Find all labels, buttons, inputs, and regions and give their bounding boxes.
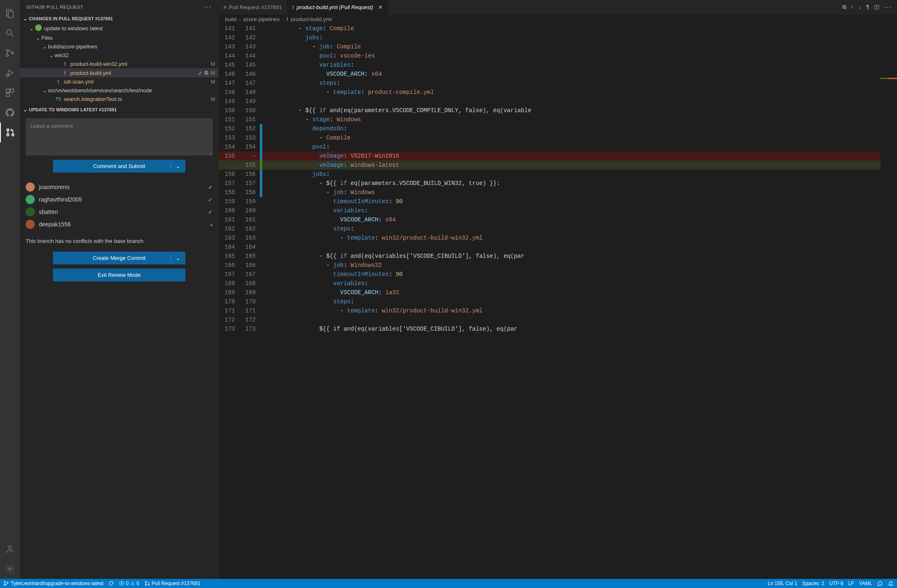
- minimap[interactable]: [880, 24, 897, 579]
- chevron-right-icon: ›: [239, 16, 240, 22]
- yaml-file-icon: !: [61, 61, 69, 67]
- svg-point-20: [145, 581, 146, 583]
- changes-section-header[interactable]: CHANGES IN PULL REQUEST #137691: [20, 14, 218, 23]
- code-line[interactable]: 171171 - template: win32/product-build-w…: [218, 306, 897, 315]
- file-row[interactable]: !product-build.yml⧉M: [20, 68, 218, 77]
- explorer-icon[interactable]: [0, 3, 20, 23]
- notifications-icon[interactable]: [888, 581, 894, 586]
- pr-status[interactable]: Pull Request #137691: [144, 581, 201, 586]
- code-line[interactable]: 161161 VSCODE_ARCH: x64: [218, 215, 897, 224]
- code-line[interactable]: 146146 VSCODE_ARCH: x64: [218, 70, 897, 79]
- feedback-icon[interactable]: [877, 581, 883, 586]
- settings-gear-icon[interactable]: [0, 559, 20, 579]
- commit-row[interactable]: update to windows latest: [20, 23, 218, 34]
- code-line[interactable]: 163163 - template: win32/product-build-w…: [218, 233, 897, 242]
- line-number-old: 156: [218, 170, 239, 179]
- code-line[interactable]: 170170 steps:: [218, 297, 897, 306]
- whitespace-icon[interactable]: ¶: [866, 4, 869, 11]
- code-line[interactable]: 159159 timeoutInMinutes: 90: [218, 197, 897, 206]
- more-actions-icon[interactable]: ···: [204, 3, 212, 11]
- pull-request-icon[interactable]: [0, 122, 20, 142]
- code-line[interactable]: 156156 jobs:: [218, 170, 897, 179]
- code-line[interactable]: 143143 - job: Compile: [218, 42, 897, 51]
- code-line[interactable]: 150150 - ${{ if and(eq(parameters.VSCODE…: [218, 106, 897, 115]
- exit-review-button[interactable]: Exit Review Mode: [53, 269, 185, 281]
- reviewer-row: raghavthind2005: [26, 193, 213, 206]
- source-control-icon[interactable]: [0, 43, 20, 63]
- code-line[interactable]: 147147 steps:: [218, 79, 897, 88]
- check-icon[interactable]: [198, 70, 203, 76]
- detail-section-header[interactable]: UPDATE TO WINDOWS LATEST #137691: [20, 105, 218, 114]
- code-line[interactable]: 151151 - stage: Windows: [218, 115, 897, 124]
- comment-input[interactable]: [26, 118, 213, 156]
- code-line[interactable]: 152152 dependsOn:: [218, 124, 897, 133]
- file-row[interactable]: !sdl-scan.ymlM: [20, 77, 218, 86]
- file-row[interactable]: !product-build-win32.ymlM: [20, 60, 218, 68]
- problems-status[interactable]: ⓧ0 ⚠0: [119, 580, 139, 587]
- folder-build[interactable]: build/azure-pipelines: [20, 42, 218, 51]
- code-line[interactable]: 173173 ${{ if and(eq(variables['VSCODE_C…: [218, 324, 897, 334]
- folder-src[interactable]: src/vs/workbench/services/search/test/no…: [20, 86, 218, 95]
- cursor-position[interactable]: Ln 155, Col 1: [767, 581, 797, 586]
- debug-icon[interactable]: [0, 63, 20, 83]
- encoding-status[interactable]: UTF-8: [829, 581, 843, 586]
- editor-tab[interactable]: ≡Pull Request #137691: [218, 0, 288, 14]
- breadcrumbs[interactable]: build › azure-pipelines › ! product-buil…: [218, 14, 897, 24]
- account-icon[interactable]: [0, 539, 20, 559]
- folder-win32[interactable]: win32: [20, 51, 218, 60]
- indentation-status[interactable]: Spaces: 2: [802, 581, 824, 586]
- code-line[interactable]: 154154 pool:: [218, 142, 897, 151]
- code-line[interactable]: 155— vmImage: VS2017-Win2016: [218, 151, 897, 161]
- eol-status[interactable]: LF: [848, 581, 854, 586]
- arrow-down-icon[interactable]: ↓: [859, 4, 861, 11]
- svg-point-14: [12, 134, 14, 136]
- code-line[interactable]: 142142 jobs:: [218, 33, 897, 42]
- branch-status[interactable]: TylerLeonhardt/upgrade-to-windows-latest: [3, 581, 103, 586]
- breadcrumb-item[interactable]: product-build.yml: [291, 16, 332, 22]
- close-icon[interactable]: ✕: [378, 4, 383, 10]
- code-line[interactable]: 172172: [218, 315, 897, 324]
- goto-file-icon[interactable]: ⧉: [204, 70, 208, 76]
- code-line[interactable]: 145145 variables:: [218, 60, 897, 70]
- goto-file-icon[interactable]: ⧉: [842, 4, 846, 11]
- code-line[interactable]: 141141 - stage: Compile: [218, 24, 897, 33]
- line-content: steps:: [262, 79, 897, 88]
- line-number-old: [218, 161, 239, 170]
- comment-submit-button[interactable]: Comment and Submit ⌄: [53, 160, 185, 173]
- code-line[interactable]: 158158 - job: Windows: [218, 188, 897, 197]
- breadcrumb-item[interactable]: azure-pipelines: [243, 16, 280, 22]
- files-folder[interactable]: Files: [20, 34, 218, 42]
- search-icon[interactable]: [0, 23, 20, 43]
- code-line[interactable]: 165165 - ${{ if and(eq(variables['VSCODE…: [218, 252, 897, 261]
- chevron-down-icon[interactable]: ⌄: [170, 163, 180, 169]
- code-line[interactable]: 148148 - template: product-compile.yml: [218, 88, 897, 97]
- arrow-up-icon[interactable]: ↑: [851, 4, 854, 11]
- language-status[interactable]: YAML: [859, 581, 872, 586]
- line-content: vmImage: VS2017-Win2016: [262, 151, 897, 161]
- file-row[interactable]: TSsearch.integrationTest.tsM: [20, 95, 218, 103]
- more-actions-icon[interactable]: ···: [884, 4, 892, 11]
- code-line[interactable]: 153153 - Compile: [218, 133, 897, 142]
- code-line[interactable]: 160160 variables:: [218, 206, 897, 215]
- code-line[interactable]: 144144 pool: vscode-1es: [218, 51, 897, 60]
- code-line[interactable]: 167167 timeoutInMinutes: 90: [218, 270, 897, 279]
- code-line[interactable]: 166166 - job: Windows32: [218, 261, 897, 270]
- code-line[interactable]: 169169 VSCODE_ARCH: ia32: [218, 288, 897, 297]
- sync-status[interactable]: [108, 581, 114, 586]
- code-line[interactable]: 157157 - ${{ if eq(parameters.VSCODE_BUI…: [218, 179, 897, 188]
- line-number-new: 151: [239, 115, 260, 124]
- extensions-icon[interactable]: [0, 83, 20, 103]
- split-editor-icon[interactable]: ◫: [874, 4, 879, 11]
- line-number-old: 168: [218, 279, 239, 288]
- github-icon[interactable]: [0, 103, 20, 122]
- code-line[interactable]: 149149: [218, 97, 897, 106]
- code-line[interactable]: 155 vmImage: windows-latest: [218, 161, 897, 170]
- code-line[interactable]: 164164: [218, 242, 897, 252]
- code-line[interactable]: 162162 steps:: [218, 224, 897, 233]
- editor-tab[interactable]: !product-build.yml (Pull Request)✕: [288, 0, 388, 14]
- chevron-down-icon[interactable]: ⌄: [170, 255, 180, 261]
- merge-button[interactable]: Create Merge Commit ⌄: [53, 252, 185, 264]
- breadcrumb-item[interactable]: build: [225, 16, 236, 22]
- code-editor[interactable]: 141141 - stage: Compile142142 jobs:14314…: [218, 24, 897, 579]
- code-line[interactable]: 168168 variables:: [218, 279, 897, 288]
